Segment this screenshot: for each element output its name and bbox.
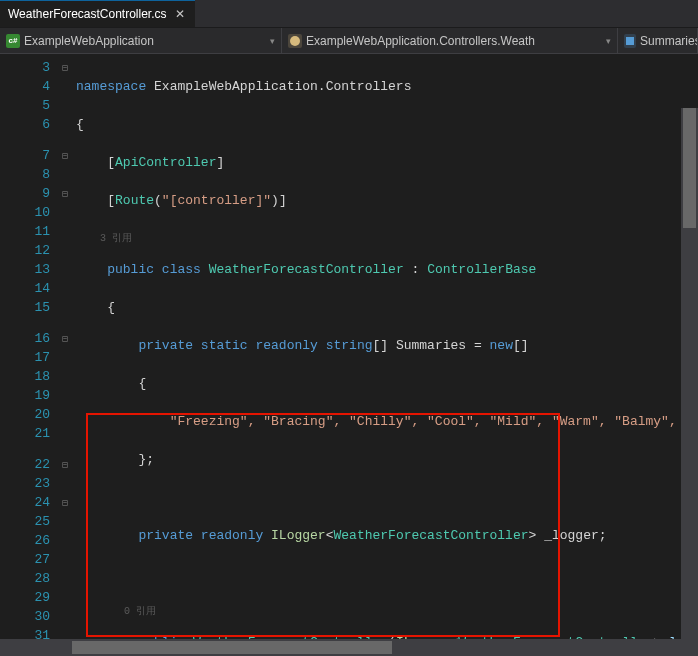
field-icon bbox=[624, 34, 636, 48]
fold-toggle[interactable]: ⊟ bbox=[58, 493, 72, 512]
codelens-references[interactable]: 0 引用 bbox=[76, 602, 698, 614]
active-tab[interactable]: WeatherForecastController.cs ✕ bbox=[0, 0, 195, 27]
svg-rect-1 bbox=[626, 37, 634, 45]
scroll-thumb[interactable] bbox=[683, 108, 696, 228]
fold-toggle[interactable]: ⊟ bbox=[58, 146, 72, 165]
code-content[interactable]: namespace ExampleWebApplication.Controll… bbox=[72, 54, 698, 656]
fold-gutter: ⊟ ⊟ ⊟ ⊟ ⊟ ⊟ bbox=[58, 54, 72, 656]
nav-member-label: Summaries bbox=[640, 34, 698, 48]
nav-project-label: ExampleWebApplication bbox=[24, 34, 154, 48]
close-icon[interactable]: ✕ bbox=[173, 7, 187, 21]
navigation-bar: c# ExampleWebApplication ▾ ExampleWebApp… bbox=[0, 28, 698, 54]
nav-class-label: ExampleWebApplication.Controllers.Weath bbox=[306, 34, 535, 48]
chevron-down-icon: ▾ bbox=[606, 36, 611, 46]
fold-toggle[interactable]: ⊟ bbox=[58, 184, 72, 203]
vertical-scrollbar[interactable] bbox=[681, 108, 698, 656]
line-number-gutter: 3 4 5 6 7 8 9 10 11 12 13 14 15 16 17 18… bbox=[0, 54, 58, 656]
fold-toggle[interactable]: ⊟ bbox=[58, 58, 72, 77]
scroll-thumb[interactable] bbox=[72, 641, 392, 654]
nav-class-dropdown[interactable]: ExampleWebApplication.Controllers.Weath … bbox=[282, 28, 618, 53]
nav-member-dropdown[interactable]: Summaries bbox=[618, 28, 698, 53]
code-editor[interactable]: 3 4 5 6 7 8 9 10 11 12 13 14 15 16 17 18… bbox=[0, 54, 698, 656]
csharp-icon: c# bbox=[6, 34, 20, 48]
fold-toggle[interactable]: ⊟ bbox=[58, 329, 72, 348]
horizontal-scrollbar[interactable] bbox=[0, 639, 681, 656]
codelens-references[interactable]: 3 引用 bbox=[76, 229, 698, 241]
file-name: WeatherForecastController.cs bbox=[8, 7, 167, 21]
nav-project-dropdown[interactable]: c# ExampleWebApplication ▾ bbox=[0, 28, 282, 53]
svg-point-0 bbox=[290, 36, 300, 46]
fold-toggle[interactable]: ⊟ bbox=[58, 455, 72, 474]
tab-bar: WeatherForecastController.cs ✕ bbox=[0, 0, 698, 28]
class-icon bbox=[288, 34, 302, 48]
chevron-down-icon: ▾ bbox=[270, 36, 275, 46]
